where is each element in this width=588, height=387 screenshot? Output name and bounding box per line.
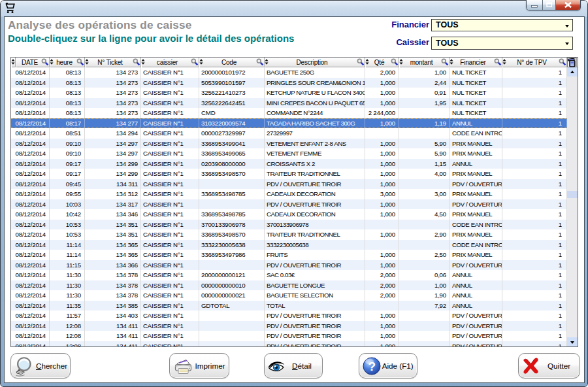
- svg-text:?: ?: [368, 360, 376, 373]
